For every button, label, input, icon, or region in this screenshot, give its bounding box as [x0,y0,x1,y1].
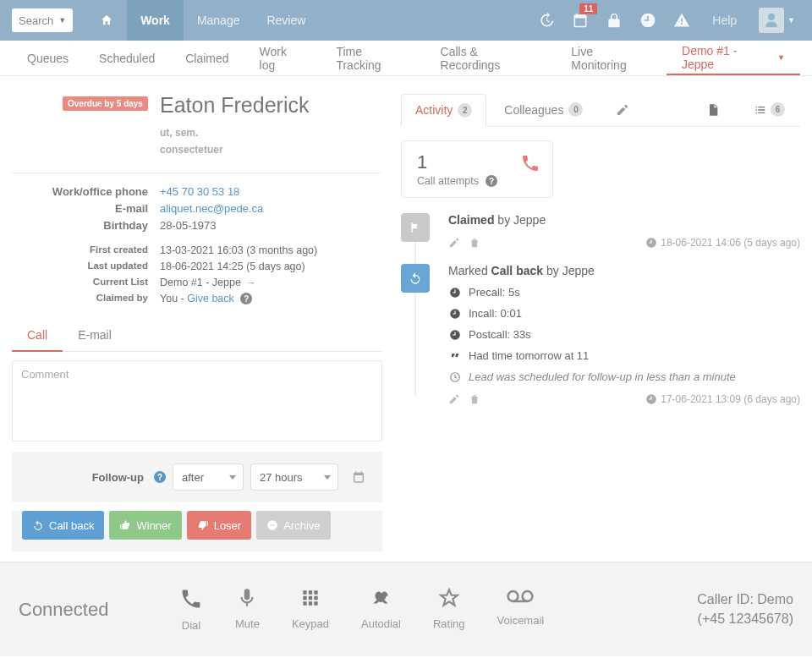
calendar-icon[interactable] [345,463,372,491]
phone-link[interactable]: +45 70 30 53 18 [160,185,239,198]
followup-mode-select[interactable]: after [173,463,244,491]
nav-home[interactable] [86,0,127,41]
edit-icon[interactable] [601,103,645,117]
list-value: Demo #1 - Jeppe [160,277,241,288]
warning-icon[interactable] [673,12,690,29]
subnav-claimed[interactable]: Claimed [170,41,244,75]
refresh-icon [401,264,430,293]
edit-icon[interactable] [448,393,460,405]
star-icon [438,587,460,609]
followup-note: Lead was scheduled for follow-up in less… [469,370,736,383]
winner-button[interactable]: Winner [109,511,181,540]
avatar-icon [759,8,784,33]
lead-sub1: ut, sem. [160,124,309,141]
followup-value-select[interactable]: 27 hours [250,463,338,491]
dialer-footer: Connected Dial Mute Keypad Autodial Rati… [0,562,812,656]
callback-button[interactable]: Call back [22,511,104,540]
svg-point-2 [523,591,533,601]
followup-bar: Follow-up ? after 27 hours [12,452,382,502]
help-icon[interactable]: ? [240,293,252,304]
mute-button[interactable]: Mute [235,587,260,630]
subnav-timetracking[interactable]: Time Tracking [321,41,425,75]
nav-review[interactable]: Review [253,0,319,41]
tab-email[interactable]: E-mail [63,320,127,351]
list-count: 6 [771,102,785,117]
loser-button[interactable]: Loser [187,511,252,540]
phone-icon [520,153,540,173]
rating-button[interactable]: Rating [433,587,465,630]
keypad-button[interactable]: Keypad [292,587,329,630]
email-label: E-mail [12,202,160,215]
caller-id-line1: Caller ID: Demo [697,590,793,609]
calendar-badge: 11 [579,3,597,14]
subnav-demo-label: Demo #1 - Jeppe [682,44,772,71]
keypad-icon [299,587,321,609]
flag-icon [401,213,430,242]
timeline-item: Claimed by Jeppe 18-06-2021 14:06 (5 day… [401,213,800,249]
caller-id-line2: (+45 12345678) [697,610,793,628]
document-icon[interactable] [691,103,735,117]
user-menu[interactable]: ▼ [759,8,795,33]
dial-button[interactable]: Dial [179,587,203,632]
lead-name: Eaton Frederick [160,93,309,118]
autodial-button[interactable]: Autodial [361,587,401,630]
action-row: Call back Winner Loser Archive [12,511,382,551]
chevron-down-icon: ▼ [787,16,795,25]
subnav-scheduled[interactable]: Scheduled [84,41,170,75]
created-value: 13-03-2021 16:03 (3 months ago) [160,244,317,256]
subnav-queues[interactable]: Queues [12,41,84,75]
birthday-value: 28-05-1973 [160,219,217,232]
clock-icon[interactable] [639,12,656,29]
attempts-num: 1 [417,151,537,173]
subnav-worklog[interactable]: Work log [244,41,321,75]
list-icon[interactable]: 6 [738,102,800,117]
updated-label: Last updated [12,260,160,272]
trash-icon[interactable] [469,393,480,405]
activity-count: 2 [458,103,472,118]
compose-tabs: Call E-mail [12,320,382,352]
dialer-buttons: Dial Mute Keypad Autodial Rating Voicema… [179,587,544,632]
search-dropdown[interactable]: Search ▼ [12,8,73,32]
history-icon[interactable] [538,12,555,29]
topbar-right: 11 Help ▼ [538,0,800,41]
phone-icon [179,587,203,611]
edit-icon[interactable] [448,237,460,249]
tab-colleagues[interactable]: Colleagues 0 [490,93,597,126]
clock-icon [448,329,462,341]
timeline: Claimed by Jeppe 18-06-2021 14:06 (5 day… [401,213,800,405]
nav-work[interactable]: Work [127,0,184,41]
nav-manage[interactable]: Manage [184,0,254,41]
tab-call[interactable]: Call [12,320,63,352]
chevron-down-icon: ▼ [777,53,785,62]
subnav-live[interactable]: Live Monitoring [556,41,667,75]
lock-icon[interactable] [606,12,623,29]
timestamp: 18-06-2021 14:06 (5 days ago) [645,237,800,249]
attempts-label: Call attempts [417,175,479,187]
main: Overdue by 5 days Eaton Frederick ut, se… [0,76,812,562]
arrow-right-icon[interactable]: → [246,277,255,288]
rabbit-icon [368,587,393,609]
phone-label: Work/office phone [12,185,160,198]
activity-panel: Activity 2 Colleagues 0 6 1 Call attemp [401,93,800,562]
help-icon[interactable]: ? [486,175,497,187]
comment-input[interactable]: Comment [12,360,382,441]
archive-button[interactable]: Archive [256,511,330,540]
search-label: Search [19,14,53,27]
colleagues-count: 0 [568,102,583,117]
giveback-link[interactable]: Give back [187,293,234,304]
topbar: Search ▼ Work Manage Review 11 Help ▼ [0,0,812,41]
calendar-icon[interactable]: 11 [572,12,589,29]
email-link[interactable]: aliquet.nec@pede.ca [160,202,263,215]
subnav-demo[interactable]: Demo #1 - Jeppe ▼ [667,41,800,75]
home-icon [100,14,113,27]
voicemail-button[interactable]: Voicemail [497,587,545,627]
subnav-calls[interactable]: Calls & Recordings [425,41,557,75]
mic-icon [236,587,258,609]
nav-help[interactable]: Help [707,0,742,41]
precall: Precall: 5s [469,286,520,299]
trash-icon[interactable] [469,237,480,249]
help-icon[interactable]: ? [154,471,166,483]
tab-activity[interactable]: Activity 2 [401,94,486,127]
claimed-label: Claimed by [12,293,160,305]
caller-id: Caller ID: Demo (+45 12345678) [697,590,793,628]
